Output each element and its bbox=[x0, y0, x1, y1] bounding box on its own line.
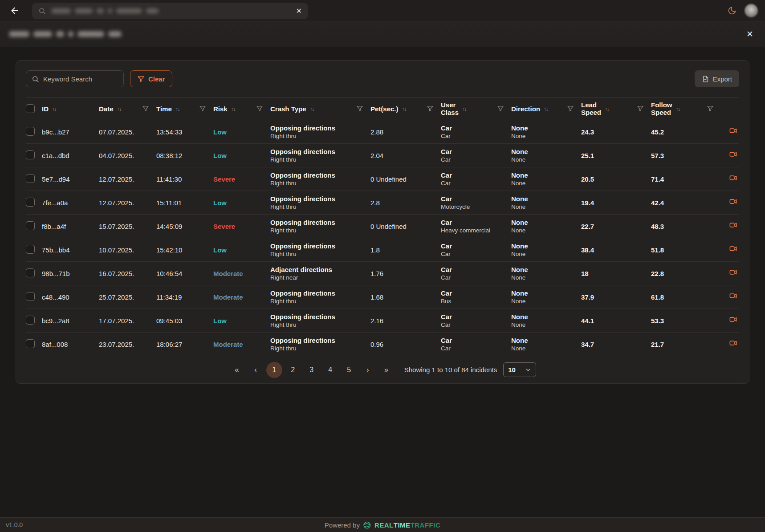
video-camera-icon[interactable] bbox=[729, 174, 737, 182]
sort-icon[interactable]: ↑↓ bbox=[402, 106, 407, 112]
video-camera-icon[interactable] bbox=[729, 150, 737, 158]
row-checkbox[interactable] bbox=[26, 198, 35, 207]
video-camera-icon[interactable] bbox=[729, 221, 737, 229]
column-header-user_class[interactable]: UserClass↑↓ bbox=[441, 97, 511, 120]
video-camera-icon[interactable] bbox=[729, 244, 737, 253]
filter-icon[interactable] bbox=[707, 105, 714, 112]
dark-mode-toggle[interactable] bbox=[728, 6, 737, 15]
video-camera-icon[interactable] bbox=[729, 126, 737, 135]
filter-icon[interactable] bbox=[637, 105, 644, 112]
video-button[interactable] bbox=[729, 313, 737, 329]
table-row[interactable]: 5e7...d9412.07.2025.11:41:30SevereOpposi… bbox=[26, 167, 739, 191]
page-size-select[interactable]: 10 bbox=[503, 362, 536, 377]
last-page-button[interactable]: » bbox=[378, 362, 395, 378]
page-button-1[interactable]: 1 bbox=[266, 362, 282, 378]
filter-icon[interactable] bbox=[497, 105, 504, 112]
close-panel-button[interactable]: ✕ bbox=[746, 29, 753, 39]
filter-icon-wrap[interactable] bbox=[427, 105, 434, 112]
video-button[interactable] bbox=[729, 218, 737, 234]
cell-id: bc9...2a8 bbox=[42, 317, 99, 325]
column-header-time[interactable]: Time↑↓ bbox=[156, 97, 213, 120]
video-button[interactable] bbox=[729, 265, 737, 281]
sort-icon[interactable]: ↑↓ bbox=[676, 106, 681, 112]
table-row[interactable]: 8af...00823.07.2025.18:06:27ModerateOppo… bbox=[26, 333, 739, 356]
column-header-risk[interactable]: Risk↑↓ bbox=[213, 97, 270, 120]
video-button[interactable] bbox=[729, 289, 737, 305]
column-header-follow_speed[interactable]: FollowSpeed↑↓ bbox=[651, 97, 721, 120]
filter-icon[interactable] bbox=[256, 105, 263, 112]
page-button-4[interactable]: 4 bbox=[322, 362, 338, 378]
filter-icon[interactable] bbox=[567, 105, 574, 112]
sort-icon[interactable]: ↑↓ bbox=[310, 106, 315, 112]
video-button[interactable] bbox=[729, 171, 737, 187]
clear-search-icon[interactable]: ✕ bbox=[296, 7, 302, 15]
clear-filters-button[interactable]: Clear bbox=[130, 70, 172, 87]
row-checkbox[interactable] bbox=[26, 174, 35, 183]
sort-icon[interactable]: ↑↓ bbox=[52, 106, 57, 112]
filter-icon-wrap[interactable] bbox=[637, 105, 644, 112]
filter-icon-wrap[interactable] bbox=[199, 105, 206, 112]
video-camera-icon[interactable] bbox=[729, 197, 737, 206]
video-camera-icon[interactable] bbox=[729, 268, 737, 276]
table-row[interactable]: f8b...a4f15.07.2025.14:45:09SevereOpposi… bbox=[26, 215, 739, 238]
row-checkbox[interactable] bbox=[26, 339, 35, 348]
table-row[interactable]: bc9...2a817.07.2025.09:45:03LowOpposing … bbox=[26, 309, 739, 333]
row-checkbox[interactable] bbox=[26, 245, 35, 254]
filter-icon[interactable] bbox=[356, 105, 363, 112]
prev-page-button[interactable]: ‹ bbox=[248, 362, 264, 378]
row-checkbox[interactable] bbox=[26, 268, 35, 277]
filter-icon-wrap[interactable] bbox=[497, 105, 504, 112]
page-button-5[interactable]: 5 bbox=[341, 362, 357, 378]
table-row[interactable]: 7fe...a0a12.07.2025.15:11:01LowOpposing … bbox=[26, 191, 739, 215]
video-button[interactable] bbox=[729, 124, 737, 140]
select-all-checkbox[interactable] bbox=[26, 104, 35, 113]
sort-icon[interactable]: ↑↓ bbox=[605, 106, 610, 112]
video-button[interactable] bbox=[729, 242, 737, 258]
filter-icon-wrap[interactable] bbox=[142, 105, 149, 112]
export-button[interactable]: Export bbox=[695, 70, 739, 87]
filter-icon-wrap[interactable] bbox=[356, 105, 363, 112]
video-camera-icon[interactable] bbox=[729, 339, 737, 347]
sort-icon[interactable]: ↑↓ bbox=[462, 106, 467, 112]
filter-icon[interactable] bbox=[427, 105, 434, 112]
row-checkbox[interactable] bbox=[26, 127, 35, 136]
page-button-3[interactable]: 3 bbox=[304, 362, 320, 378]
column-header-direction[interactable]: Direction↑↓ bbox=[511, 97, 581, 120]
filter-icon[interactable] bbox=[199, 105, 206, 112]
back-button[interactable] bbox=[10, 6, 20, 16]
first-page-button[interactable]: « bbox=[229, 362, 245, 378]
table-row[interactable]: 75b...bb410.07.2025.15:42:10LowOpposing … bbox=[26, 238, 739, 262]
sort-icon[interactable]: ↑↓ bbox=[544, 106, 549, 112]
column-header-pet[interactable]: Pet(sec.)↑↓ bbox=[370, 97, 441, 120]
column-header-id[interactable]: ID↑↓ bbox=[42, 97, 99, 120]
keyword-search-field[interactable] bbox=[26, 70, 124, 87]
column-header-lead_speed[interactable]: LeadSpeed↑↓ bbox=[581, 97, 651, 120]
sort-icon[interactable]: ↑↓ bbox=[117, 106, 122, 112]
video-button[interactable] bbox=[729, 195, 737, 211]
filter-icon-wrap[interactable] bbox=[567, 105, 574, 112]
column-header-crash_type[interactable]: Crash Type↑↓ bbox=[270, 97, 370, 120]
video-camera-icon[interactable] bbox=[729, 315, 737, 324]
next-page-button[interactable]: › bbox=[360, 362, 376, 378]
video-camera-icon[interactable] bbox=[729, 292, 737, 300]
table-row[interactable]: b9c...b2707.07.2025.13:54:33LowOpposing … bbox=[26, 120, 739, 144]
avatar[interactable] bbox=[745, 4, 758, 17]
filter-icon[interactable] bbox=[142, 105, 149, 112]
video-button[interactable] bbox=[729, 147, 737, 163]
table-row[interactable]: 98b...71b16.07.2025.10:46:54ModerateAdja… bbox=[26, 262, 739, 285]
row-checkbox[interactable] bbox=[26, 316, 35, 325]
table-row[interactable]: c48...49025.07.2025.11:34:19ModerateOppo… bbox=[26, 285, 739, 309]
location-search-input[interactable]: ✕ bbox=[32, 3, 308, 19]
row-checkbox[interactable] bbox=[26, 150, 35, 159]
sort-icon[interactable]: ↑↓ bbox=[231, 106, 236, 112]
column-header-date[interactable]: Date↑↓ bbox=[99, 97, 156, 120]
sort-icon[interactable]: ↑↓ bbox=[175, 106, 180, 112]
row-checkbox[interactable] bbox=[26, 292, 35, 301]
keyword-search-input[interactable] bbox=[43, 75, 114, 83]
table-row[interactable]: c1a...dbd04.07.2025.08:38:12LowOpposing … bbox=[26, 144, 739, 167]
video-button[interactable] bbox=[729, 336, 737, 352]
page-button-2[interactable]: 2 bbox=[285, 362, 301, 378]
row-checkbox[interactable] bbox=[26, 221, 35, 230]
filter-icon-wrap[interactable] bbox=[707, 105, 714, 112]
filter-icon-wrap[interactable] bbox=[256, 105, 263, 112]
